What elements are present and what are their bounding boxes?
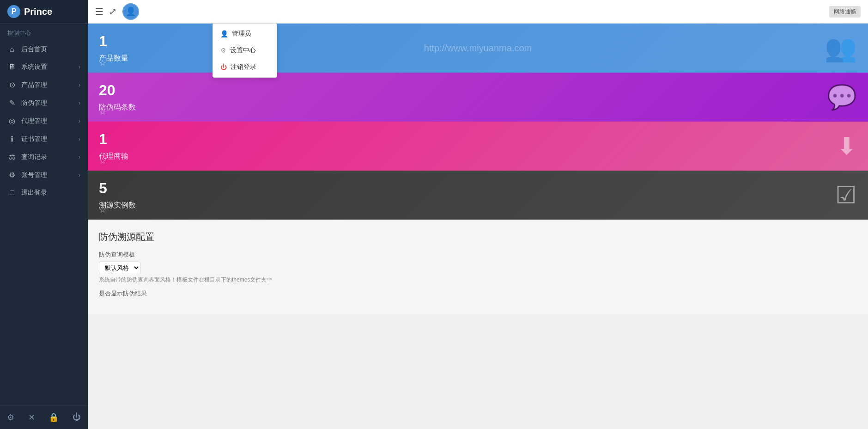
sidebar-item-label: 证书管理 (21, 135, 47, 143)
sidebar-item-label: 后台首页 (21, 45, 47, 54)
resize-icon[interactable]: ⤢ (109, 6, 117, 17)
home-icon: ⌂ (7, 45, 17, 54)
stat-number-antifake: 20 (99, 82, 857, 99)
stat-label-agents: 代理商输 (99, 152, 857, 161)
dropdown-item-admin[interactable]: 👤 管理员 (213, 25, 277, 42)
show-result-label: 是否显示防伪结果 (99, 289, 857, 298)
sidebar-item-label: 系统设置 (21, 63, 47, 71)
dropdown-label-settings: 设置中心 (230, 46, 256, 55)
chevron-right-icon: › (79, 118, 80, 124)
topbar: ☰ ⤢ 👤 👤 管理员 ⚙ 设置中心 ⏻ 注销登录 网络通畅 (88, 0, 868, 24)
edit-icon: ✎ (7, 98, 17, 107)
sidebar-item-logout[interactable]: □ 退出登录 (0, 184, 88, 202)
sort-icon: ⬇ (837, 132, 857, 160)
query-template-hint: 系统自带的防伪查询界面风格！模板文件在根目录下的themes文件夹中 (99, 276, 857, 284)
sidebar-item-label: 防伪管理 (21, 99, 47, 107)
config-title: 防伪溯源配置 (99, 231, 857, 243)
dropdown-item-settings[interactable]: ⚙ 设置中心 (213, 42, 277, 59)
sidebar-item-label: 查询记录 (21, 153, 47, 161)
sidebar-logo: P Prince (0, 0, 88, 24)
settings-icon: ⚙ (220, 47, 226, 54)
users-icon: 👥 (825, 33, 857, 63)
logout-icon: □ (7, 189, 17, 197)
query-template-select[interactable]: 默认风格 (99, 262, 140, 274)
show-result-field: 是否显示防伪结果 (99, 289, 857, 298)
chevron-right-icon: › (79, 136, 80, 142)
topbar-right: 网络通畅 (829, 6, 861, 18)
dropdown-label-admin: 管理员 (232, 30, 251, 38)
product-icon: ⊙ (7, 80, 17, 89)
stat-card-antifake: 20 防伪码条数 💬 ☆ (88, 73, 868, 122)
lock-footer-icon[interactable]: 🔒 (45, 411, 62, 424)
stat-footer-tracing: ☆ (99, 205, 106, 215)
app-name: Prince (24, 6, 52, 17)
sidebar-item-label: 退出登录 (21, 189, 47, 197)
sidebar-item-system[interactable]: 🖥 系统设置 › (0, 58, 88, 76)
stat-card-tracing: 5 溯源实例数 ☑ ☆ (88, 171, 868, 220)
query-icon: ⚖ (7, 153, 17, 161)
stat-footer-antifake: ☆ (99, 107, 106, 117)
chevron-right-icon: › (79, 154, 80, 160)
power-icon: ⏻ (220, 63, 227, 71)
menu-toggle-icon[interactable]: ☰ (95, 6, 103, 17)
sidebar-item-antifake[interactable]: ✎ 防伪管理 › (0, 94, 88, 112)
cert-icon: ℹ (7, 135, 17, 143)
main-content: ☰ ⤢ 👤 👤 管理员 ⚙ 设置中心 ⏻ 注销登录 网络通畅 (88, 0, 868, 429)
sidebar-item-agent[interactable]: ◎ 代理管理 › (0, 112, 88, 130)
sidebar-item-cert[interactable]: ℹ 证书管理 › (0, 130, 88, 148)
stat-label-antifake: 防伪码条数 (99, 103, 857, 112)
sidebar-item-product[interactable]: ⊙ 产品管理 › (0, 76, 88, 94)
sidebar-item-query[interactable]: ⚖ 查询记录 › (0, 148, 88, 166)
close-footer-icon[interactable]: ✕ (24, 411, 39, 424)
sidebar-title: 控制中心 (0, 24, 88, 41)
logo-icon: P (7, 5, 20, 18)
sidebar-item-account[interactable]: ⚙ 账号管理 › (0, 166, 88, 184)
dashboard: 1 产品数量 👥 ☆ http://www.miyuanma.com 20 防伪… (88, 24, 868, 220)
stat-footer-products: ☆ (99, 58, 106, 68)
chevron-right-icon: › (79, 82, 80, 88)
chat-icon: 💬 (827, 83, 857, 111)
user-dropdown: 👤 管理员 ⚙ 设置中心 ⏻ 注销登录 (212, 23, 277, 78)
sidebar-footer: ⚙ ✕ 🔒 ⏻ (0, 405, 88, 429)
avatar-button[interactable]: 👤 (122, 3, 139, 20)
dropdown-item-logout[interactable]: ⏻ 注销登录 (213, 59, 277, 75)
admin-icon: 👤 (220, 30, 228, 37)
sidebar-item-label: 代理管理 (21, 117, 47, 125)
stat-footer-agents: ☆ (99, 156, 106, 166)
config-section: 防伪溯源配置 防伪查询模板 默认风格 系统自带的防伪查询界面风格！模板文件在根目… (88, 220, 868, 314)
stat-card-products: 1 产品数量 👥 ☆ http://www.miyuanma.com (88, 24, 868, 73)
sidebar-nav: ⌂ 后台首页 🖥 系统设置 › ⊙ 产品管理 › ✎ 防伪管理 › ◎ 代理管理… (0, 41, 88, 202)
stat-number-agents: 1 (99, 131, 857, 148)
settings-footer-icon[interactable]: ⚙ (3, 411, 18, 424)
query-template-select-container: 默认风格 (99, 262, 857, 274)
chevron-right-icon: › (79, 172, 80, 178)
stat-card-agents: 1 代理商输 ⬇ ☆ (88, 122, 868, 171)
stat-number-tracing: 5 (99, 180, 857, 197)
power-footer-icon[interactable]: ⏻ (69, 411, 85, 424)
query-template-label: 防伪查询模板 (99, 251, 857, 259)
monitor-icon: 🖥 (7, 63, 17, 71)
stat-label-tracing: 溯源实例数 (99, 201, 857, 210)
agent-icon: ◎ (7, 116, 17, 125)
sidebar-item-dashboard[interactable]: ⌂ 后台首页 (0, 41, 88, 58)
checkbox-icon: ☑ (835, 181, 857, 209)
sidebar-item-label: 账号管理 (21, 171, 47, 179)
dropdown-label-logout: 注销登录 (231, 63, 256, 71)
chevron-right-icon: › (79, 100, 80, 106)
sidebar: P Prince 控制中心 ⌂ 后台首页 🖥 系统设置 › ⊙ 产品管理 › ✎… (0, 0, 88, 429)
account-icon: ⚙ (7, 171, 17, 179)
sidebar-item-label: 产品管理 (21, 81, 47, 89)
chevron-right-icon: › (79, 64, 80, 70)
network-status: 网络通畅 (829, 6, 861, 18)
query-template-field: 防伪查询模板 默认风格 系统自带的防伪查询界面风格！模板文件在根目录下的them… (99, 251, 857, 284)
avatar-icon: 👤 (126, 6, 136, 17)
